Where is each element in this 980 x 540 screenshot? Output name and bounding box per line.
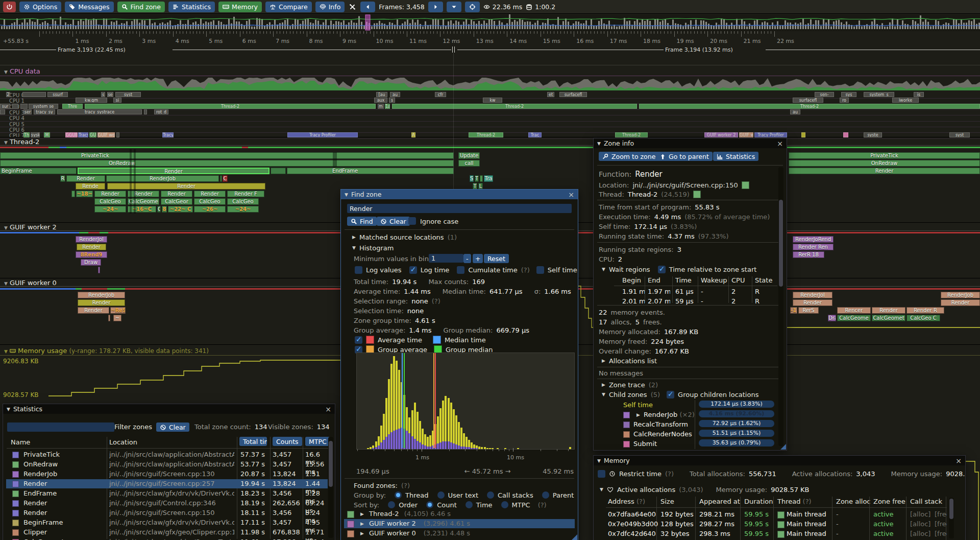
cpu-zone[interactable]: sen- (815, 92, 834, 97)
cpu-zone[interactable]: surfacefl (559, 92, 587, 97)
cpu-zone[interactable]: GGUIF (65, 132, 78, 137)
thread-header-guif-worker-0[interactable]: ▼GUIF worker 0 (4, 279, 57, 287)
timeline-zone[interactable]: R (60, 175, 65, 182)
timeline-zone[interactable]: RenderJoRend (793, 236, 834, 243)
cpu-zone[interactable]: syste (864, 132, 882, 137)
thread-header-thread-2[interactable]: ▼Thread-2 (4, 138, 39, 146)
info-button[interactable]: Info (315, 2, 345, 12)
col-total-time-button[interactable]: Total time (239, 437, 267, 446)
timeline-zone[interactable]: RerS (798, 307, 819, 314)
clear-filter-button[interactable]: Clear (156, 422, 189, 432)
statistics-row[interactable]: BeginFramejni/../jni/src/claw/gfx/drv/vk… (6, 518, 328, 527)
time-ruler[interactable]: +55.83 s1 ms2 ms3 ms4 ms5 ms6 ms7 ms8 ms… (0, 31, 980, 46)
group-by-call-stacks-radio[interactable] (487, 491, 494, 499)
timeline-zone[interactable] (220, 175, 222, 182)
statistics-row[interactable]: Renderjni/../jni/src/guif/Control.cpp:34… (6, 499, 328, 508)
cpu-zone[interactable] (801, 132, 805, 137)
timeline-zone[interactable]: ~24~ (227, 206, 259, 213)
timeline-zone[interactable]: PrivateTick (789, 152, 980, 159)
memory-usage-header[interactable]: ▼ Memory usage (y-range: 178.27 KB, visi… (4, 347, 209, 355)
timeline-zone[interactable]: -17 (790, 307, 797, 314)
found-zone-group[interactable]: ▶GUIF worker 0(3,231) 4.48 s (344, 529, 575, 538)
timeline-zone[interactable]: ~16~C (128, 206, 156, 213)
cpu-zone[interactable] (12, 104, 18, 109)
restrict-time-checkbox[interactable] (598, 470, 605, 478)
cpu-zone[interactable]: rot_d (154, 109, 168, 114)
cpu-zone[interactable]: system se (29, 104, 58, 109)
cpu-zone[interactable]: Thread-2 (639, 104, 980, 109)
group-by-parent-radio[interactable] (542, 491, 549, 499)
cpu-zone[interactable]: s (101, 92, 105, 97)
timeline-zone[interactable]: Update (458, 152, 480, 159)
cpu-zone[interactable]: tracy_sy (34, 109, 55, 114)
timeline-zone[interactable]: CalcGeo C (906, 315, 940, 321)
timeline-zone[interactable]: Render R (906, 307, 944, 314)
collapse-icon[interactable]: ▼ (600, 487, 603, 492)
timeline-zone[interactable]: S (470, 175, 474, 182)
timeline-zone[interactable]: CalcGeo (227, 198, 259, 205)
collapse-icon[interactable]: ▼ (345, 192, 348, 197)
found-zone-group[interactable]: ▶Thread-2(4,105) 6.46 s (344, 509, 575, 519)
cpu-zone[interactable]: kw.gm (76, 98, 107, 103)
cpu-zone[interactable]: GUIF wor (97, 132, 115, 137)
cpu-zone[interactable] (843, 132, 848, 137)
close-icon[interactable]: × (568, 192, 574, 198)
timeline-zone[interactable]: ~26~ (194, 206, 226, 213)
timeline-zone[interactable]: CalcGeo (94, 198, 126, 205)
timeline-zone[interactable]: Tra (484, 175, 493, 182)
cpu-zone[interactable]: is (914, 92, 924, 97)
close-icon[interactable]: × (777, 140, 783, 147)
statistics-row[interactable]: Clipperjni/../jni/src/claw/gfx/geo/Clipp… (6, 528, 328, 537)
matched-source-locations[interactable]: ▶Matched source locations(1) (352, 233, 457, 241)
cpu-zone[interactable]: si (113, 98, 121, 103)
average-time-checkbox[interactable] (355, 336, 362, 344)
timeline-zone[interactable]: T (475, 175, 479, 182)
timeline-zone[interactable]: ~22~ C (168, 206, 193, 213)
allocation-row[interactable]: 0x7dfc42d64032 bytes298.3 ms59.95 sMain … (594, 530, 947, 539)
cpu-zone[interactable]: kw (483, 98, 502, 103)
ignore-case-checkbox[interactable] (408, 217, 416, 225)
timeline-zone[interactable]: Render (94, 191, 126, 197)
sort-by-order-radio[interactable] (388, 501, 395, 508)
statistics-row[interactable]: EndFramejni/../jni/src/claw/gfx/drv/vk/D… (6, 489, 328, 498)
child-zone-renderjob[interactable]: RenderJob (×2) (644, 411, 695, 418)
close-icon[interactable]: × (955, 458, 962, 464)
alloc-col-duration[interactable]: Duration (744, 498, 773, 505)
sort-by-time-radio[interactable] (465, 501, 473, 508)
found-zone-group[interactable]: ▶GUIF worker 2(3,296) 4.61 s (344, 519, 575, 528)
find-button[interactable]: Find (347, 217, 377, 226)
timeline-zone[interactable]: RenderJol (793, 292, 832, 298)
timeline-zone[interactable]: ~18~ (76, 191, 93, 197)
frame-overview-graph[interactable] (0, 14, 980, 31)
cpu-zone[interactable]: Thre (62, 104, 83, 109)
cpu-zone[interactable]: Thread-2 (392, 104, 637, 109)
timeline-zone[interactable]: RenderJob (106, 175, 219, 182)
min-bin-input[interactable]: 1 (429, 254, 463, 263)
prev-frame-button[interactable] (360, 2, 375, 12)
zone-trace[interactable]: ▶Zone trace(2) (602, 381, 658, 389)
timeline-zone[interactable]: Render (128, 191, 159, 197)
cpu-zone[interactable] (116, 132, 119, 137)
resize-grip[interactable] (780, 444, 786, 450)
time-relative-checkbox[interactable] (658, 266, 666, 273)
cpu-zone[interactable]: se (107, 92, 113, 97)
statistics-scrollbar[interactable] (328, 437, 333, 538)
timeline-zone[interactable]: BeginFrame (0, 168, 77, 174)
messages-button[interactable]: Messages (65, 2, 113, 12)
collapse-icon[interactable]: ▼ (602, 392, 605, 397)
sort-by-count-radio[interactable] (426, 501, 433, 508)
timeline-zone[interactable]: RenderJob (78, 292, 125, 298)
timeline-zone[interactable]: CalcGeome (128, 198, 159, 205)
timeline-zone[interactable]: Render (194, 191, 226, 197)
alloc-col-call-stack[interactable]: Call stack (910, 498, 942, 505)
statistics-row[interactable]: Renderjni/../jni/src/guif/Screen.cpp:257… (6, 479, 328, 488)
search-input[interactable]: Render (347, 204, 572, 213)
timeline-zone[interactable]: ~ (113, 315, 121, 321)
cpu-zone[interactable]: syst (115, 92, 141, 97)
collapse-icon[interactable]: ▼ (7, 407, 10, 412)
timeline-zone[interactable]: RenderJol (76, 236, 107, 243)
frames-row[interactable]: Frame 3,193 (22.45 ms)Frame 3,194 (13.92… (0, 46, 980, 53)
timeline-zone[interactable]: Render Ren (793, 244, 834, 250)
cpu-zone[interactable]: s (389, 98, 395, 103)
close-icon[interactable]: × (325, 406, 331, 412)
